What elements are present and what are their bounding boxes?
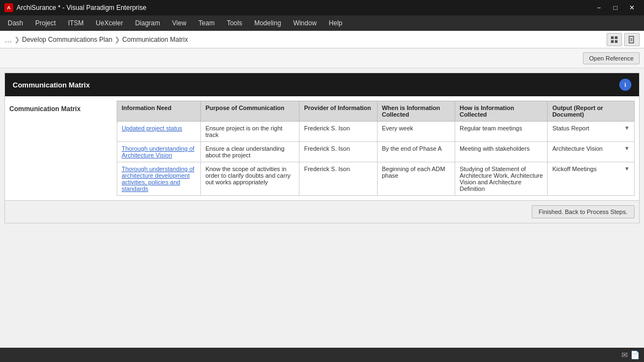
row3-dropdown-icon[interactable]: ▼ [624, 166, 630, 172]
bottom-bar: Finished. Back to Process Steps. [5, 200, 639, 223]
window-title: ArchiSurance * - Visual Paradigm Enterpr… [17, 4, 146, 12]
row1-info-need[interactable]: Updated project status [117, 122, 201, 142]
minimize-button[interactable]: − [591, 0, 607, 15]
svg-rect-2 [611, 40, 614, 43]
table-header-row: Information Need Purpose of Communicatio… [117, 101, 635, 122]
document-icon [628, 36, 636, 43]
table-row: Thorough understanding of Architecture V… [117, 142, 635, 162]
menu-view[interactable]: View [167, 17, 192, 29]
breadcrumb-sep-1: ❯ [14, 36, 20, 43]
row1-when: Every week [377, 122, 455, 142]
menu-tools[interactable]: Tools [221, 17, 248, 29]
document-status-icon[interactable]: 📄 [630, 350, 640, 359]
matrix-side-title: Communication Matrix [9, 105, 117, 113]
col-info-need: Information Need [117, 101, 201, 122]
row2-provider: Frederick S. Ison [299, 142, 377, 162]
grid-icon [610, 36, 618, 43]
breadcrumb-icon-btn-2[interactable] [624, 33, 640, 46]
row3-how: Studying of Statement of Architecture Wo… [455, 162, 547, 196]
menu-dash[interactable]: Dash [2, 17, 29, 29]
menu-itsm[interactable]: ITSM [62, 17, 89, 29]
row3-info-need[interactable]: Thorough understanding of architecture d… [117, 162, 201, 196]
row3-purpose: Know the scope of activities in order to… [201, 162, 299, 196]
breadcrumb-sep-2: ❯ [114, 36, 120, 43]
breadcrumb-icon-btn-1[interactable] [607, 33, 622, 46]
row1-purpose: Ensure project is on the right track [201, 122, 299, 142]
menu-project[interactable]: Project [30, 17, 61, 29]
row2-info-need[interactable]: Thorough understanding of Architecture V… [117, 142, 201, 162]
empty-space [2, 226, 642, 360]
menu-team[interactable]: Team [193, 17, 220, 29]
menu-modeling[interactable]: Modeling [249, 17, 287, 29]
app-logo: A [4, 3, 13, 12]
breadcrumb-develop[interactable]: Develop Communications Plan [22, 36, 112, 43]
row3-when: Beginning of each ADM phase [377, 162, 455, 196]
row2-when: By the end of Phase A [377, 142, 455, 162]
matrix-table: Information Need Purpose of Communicatio… [117, 101, 635, 196]
table-row: Updated project status Ensure project is… [117, 122, 635, 142]
main-wrapper: Open Reference Communication Matrix i Co… [0, 48, 644, 362]
menu-help[interactable]: Help [323, 17, 348, 29]
row1-provider: Frederick S. Ison [299, 122, 377, 142]
row1-how: Regular team meetings [455, 122, 547, 142]
col-purpose: Purpose of Communication [201, 101, 299, 122]
row2-dropdown-icon[interactable]: ▼ [624, 145, 630, 151]
status-bar: ✉ 📄 [0, 348, 644, 362]
menu-uexceler[interactable]: UeXceler [90, 17, 128, 29]
open-reference-button[interactable]: Open Reference [583, 52, 640, 64]
row2-how: Meeting with stakeholders [455, 142, 547, 162]
menu-diagram[interactable]: Diagram [129, 17, 165, 29]
info-icon[interactable]: i [619, 79, 631, 91]
svg-rect-3 [615, 40, 618, 43]
breadcrumb-bar: … ❯ Develop Communications Plan ❯ Commun… [0, 31, 644, 48]
col-how: How is Information Collected [455, 101, 547, 122]
row2-output: Architecture Vision ▼ [548, 142, 635, 162]
row2-purpose: Ensure a clear understanding about the p… [201, 142, 299, 162]
svg-rect-1 [615, 36, 618, 39]
svg-rect-0 [611, 36, 614, 39]
section-title: Communication Matrix [13, 81, 90, 89]
row3-output: Kickoff Meetings ▼ [548, 162, 635, 196]
maximize-button[interactable]: □ [608, 0, 623, 15]
window-controls[interactable]: − □ ✕ [591, 0, 640, 15]
row1-output: Status Report ▼ [548, 122, 635, 142]
email-icon[interactable]: ✉ [621, 350, 628, 359]
finished-button[interactable]: Finished. Back to Process Steps. [532, 205, 635, 218]
section-header: Communication Matrix i [5, 73, 639, 96]
row1-dropdown-icon[interactable]: ▼ [624, 125, 630, 131]
col-when: When is Information Collected [377, 101, 455, 122]
col-output: Output (Report or Document) [548, 101, 635, 122]
menu-window[interactable]: Window [288, 17, 323, 29]
table-row: Thorough understanding of architecture d… [117, 162, 635, 196]
title-bar: A ArchiSurance * - Visual Paradigm Enter… [0, 0, 644, 15]
close-button[interactable]: ✕ [624, 0, 640, 15]
menu-bar: Dash Project ITSM UeXceler Diagram View … [0, 15, 644, 31]
toolbar-area: Open Reference [0, 48, 644, 68]
row3-provider: Frederick S. Ison [299, 162, 377, 196]
matrix-area: Communication Matrix Information Need Pu… [5, 96, 639, 200]
breadcrumb-matrix[interactable]: Communication Matrix [122, 36, 188, 43]
breadcrumb-more[interactable]: … [4, 35, 12, 44]
content-wrapper: Communication Matrix i Communication Mat… [4, 73, 640, 223]
col-provider: Provider of Information [299, 101, 377, 122]
